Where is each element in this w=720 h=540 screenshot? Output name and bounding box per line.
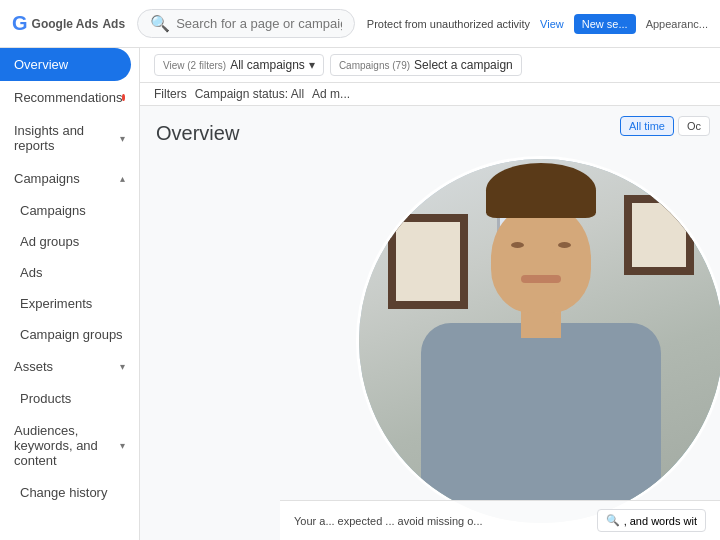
sidebar-item-campaign-groups[interactable]: Campaign groups [0,319,139,350]
ads-label: Ads [20,265,42,280]
chevron-down-icon-audiences: ▾ [120,440,125,451]
sidebar-item-campaigns[interactable]: Campaigns [0,195,139,226]
all-campaigns-value: All campaigns [230,58,305,72]
new-button[interactable]: New se... [574,14,636,34]
main-layout: Overview Recommendations Insights and re… [0,48,720,540]
head [491,203,591,313]
ad-m-chip[interactable]: Ad m... [312,87,350,101]
chevron-down-icon: ▾ [120,133,125,144]
bottom-notification-bar: Your a... expected ... avoid missing o..… [280,500,720,540]
assets-label: Assets [14,359,53,374]
recommendations-badge [122,94,125,101]
all-time-button[interactable]: All time [620,116,674,136]
ads-label: Ads [102,17,125,31]
select-campaign-value: Select a campaign [414,58,513,72]
oc-button[interactable]: Oc [678,116,710,136]
sidebar-item-overview[interactable]: Overview [0,48,131,81]
filter-bar: Filters Campaign status: All Ad m... [140,83,720,106]
sidebar-item-ads[interactable]: Ads [0,257,139,288]
campaigns-section-label: Campaigns [14,171,80,186]
insights-reports-label: Insights and reports [14,123,120,153]
page-content: Overview All time Oc [140,106,720,540]
sidebar-item-experiments[interactable]: Experiments [0,288,139,319]
change-history-label: Change history [20,485,107,500]
search-bar[interactable]: 🔍 [137,9,355,38]
topbar: G Google Ads Ads 🔍 Protect from unauthor… [0,0,720,48]
chevron-down-icon-assets: ▾ [120,361,125,372]
sidebar-item-audiences[interactable]: Audiences, keywords, and content ▾ [0,414,139,477]
room-background [359,159,720,523]
campaign-status-chip[interactable]: Campaign status: All [195,87,304,101]
view-link[interactable]: View [540,18,564,30]
protect-message: Protect from unauthorized activity [367,18,530,30]
searches-button[interactable]: 🔍 , and words wit [597,509,706,532]
subheader: View (2 filters) All campaigns ▾ Campaig… [140,48,720,83]
sidebar-item-ad-groups[interactable]: Ad groups [0,226,139,257]
search-icon-bottom: 🔍 [606,514,620,527]
overview-label: Overview [14,57,68,72]
google-g-icon: G [12,12,28,35]
app-name-label: Google Ads [32,17,99,31]
video-overlay [356,156,720,526]
right-eye [558,242,571,248]
appearance-button[interactable]: Appearanc... [646,18,708,30]
sidebar-item-change-history[interactable]: Change history [0,477,139,508]
hair [486,163,596,218]
shirt [421,323,661,523]
view-filter-label: View (2 filters) [163,60,226,71]
searches-label: , and words wit [624,515,697,527]
search-icon: 🔍 [150,14,170,33]
chevron-down-icon-view: ▾ [309,58,315,72]
sidebar: Overview Recommendations Insights and re… [0,48,140,540]
filters-chip[interactable]: Filters [154,87,187,101]
date-filter: All time Oc [620,116,710,136]
view-filter-pill[interactable]: View (2 filters) All campaigns ▾ [154,54,324,76]
recommendations-label: Recommendations [14,90,122,105]
campaign-select-pill[interactable]: Campaigns (79) Select a campaign [330,54,522,76]
google-ads-logo: G Google Ads Ads [12,12,125,35]
notification-message: Your a... expected ... avoid missing o..… [294,515,591,527]
campaign-groups-label: Campaign groups [20,327,123,342]
products-label: Products [20,391,71,406]
sidebar-item-assets[interactable]: Assets ▾ [0,350,139,383]
content-area: View (2 filters) All campaigns ▾ Campaig… [140,48,720,540]
ad-groups-label: Ad groups [20,234,79,249]
search-input[interactable] [176,16,342,31]
experiments-label: Experiments [20,296,92,311]
left-eye [511,242,524,248]
mouth [521,275,561,283]
campaigns-label: Campaigns [20,203,86,218]
audiences-label: Audiences, keywords, and content [14,423,120,468]
chevron-up-icon: ▴ [120,173,125,184]
top-right-actions: Protect from unauthorized activity View … [367,14,708,34]
campaigns-count-label: Campaigns (79) [339,60,410,71]
sidebar-item-products[interactable]: Products [0,383,139,414]
sidebar-item-recommendations[interactable]: Recommendations [0,81,139,114]
sidebar-item-campaigns-section[interactable]: Campaigns ▴ [0,162,139,195]
sidebar-item-insights-reports[interactable]: Insights and reports ▾ [0,114,139,162]
person-silhouette [421,203,661,523]
